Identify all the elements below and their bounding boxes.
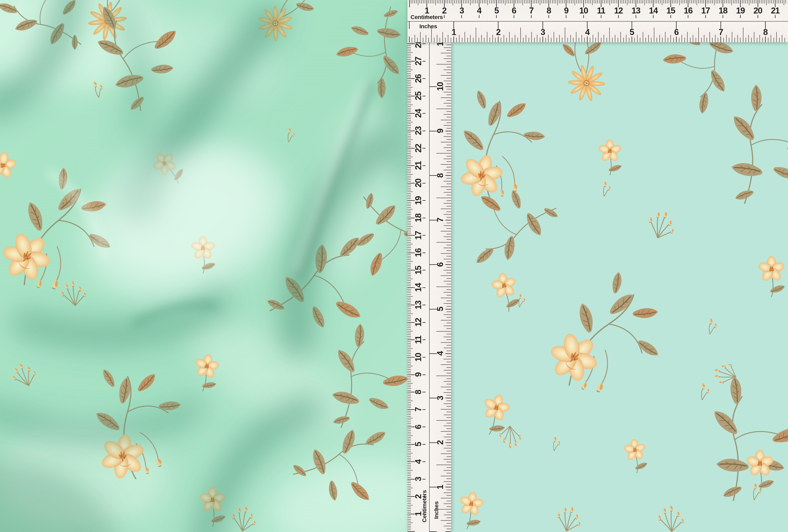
cm-number: 18 [718, 7, 727, 14]
cm-tick [408, 516, 411, 516]
cm-tick [408, 319, 411, 319]
inch-number: 5 [630, 29, 634, 35]
inch-fraction-tick [447, 184, 451, 184]
inch-fraction-tick [441, 53, 451, 53]
inch-fraction-tick [609, 27, 610, 42]
cm-tick [408, 47, 411, 47]
cm-number: 7 [415, 407, 421, 412]
inch-fraction-tick [426, 35, 426, 42]
inch-fraction-tick [687, 32, 688, 42]
cm-tick [489, 0, 490, 3]
cm-tick [408, 139, 413, 140]
cm-tick [408, 216, 411, 216]
cm-number-tick [531, 15, 532, 18]
cm-tick [408, 63, 411, 63]
inch-fraction-tick [517, 38, 518, 42]
inch-fraction-tick [434, 38, 434, 42]
cm-tick [408, 343, 411, 343]
inch-fraction-tick [447, 523, 451, 524]
inch-fraction-tick [447, 390, 451, 390]
inch-fraction-tick [773, 38, 774, 42]
cm-tick [408, 326, 411, 326]
cm-tick [408, 371, 411, 371]
cm-tick [408, 414, 411, 415]
cm-tick [408, 117, 411, 117]
inch-fraction-tick [439, 38, 440, 42]
cm-tick [408, 134, 411, 135]
cm-tick [408, 437, 411, 437]
inch-fraction-tick [447, 173, 451, 173]
inch-fraction-tick [473, 38, 473, 42]
cm-tick [554, 0, 554, 3]
inch-fraction-tick [447, 429, 451, 429]
cm-number-tick [422, 357, 426, 358]
inch-fraction-tick [444, 415, 451, 415]
cm-tick [528, 0, 528, 3]
cm-tick [751, 0, 751, 3]
inch-fraction-tick [436, 242, 451, 242]
inch-fraction-tick [715, 35, 715, 42]
cm-tick [408, 150, 411, 150]
cm-number: 4 [477, 7, 481, 14]
cm-tick [474, 0, 474, 3]
inch-fraction-tick [763, 38, 763, 42]
inch-fraction-tick [447, 145, 451, 145]
cm-tick [408, 378, 411, 378]
cm-tick [408, 366, 413, 366]
inch-fraction-tick [504, 35, 504, 42]
cm-tick [408, 300, 411, 300]
cm-number-tick [775, 15, 775, 18]
cm-number-tick [740, 15, 741, 18]
cm-tick [425, 0, 425, 3]
inch-fraction-tick [451, 38, 451, 42]
cm-number-tick [496, 15, 497, 18]
cm-tick [408, 301, 411, 302]
cm-tick [413, 0, 413, 3]
cm-tick [505, 0, 506, 5]
cm-number-tick [653, 15, 653, 18]
cm-tick [408, 498, 411, 498]
fabric-photo [0, 0, 788, 532]
cm-tick [664, 0, 664, 3]
inch-fraction-tick [626, 35, 626, 42]
inch-fraction-tick [436, 198, 451, 198]
inch-number-tick [453, 37, 454, 42]
cm-tick [763, 0, 763, 3]
cm-tick [408, 279, 413, 279]
cm-tick [408, 125, 411, 126]
cm-tick [556, 0, 556, 3]
cm-number-tick [422, 339, 426, 340]
inch-fraction-tick [556, 38, 557, 42]
inch-fraction-tick [447, 412, 451, 412]
inch-fraction-tick [447, 339, 451, 340]
inch-fraction-tick [441, 409, 451, 410]
cm-number-tick [444, 15, 445, 18]
cm-tick [408, 308, 411, 309]
cm-tick [408, 52, 413, 53]
cm-tick [408, 432, 411, 432]
cm-tick [482, 0, 483, 3]
cm-tick [408, 136, 411, 136]
cm-tick [408, 158, 411, 159]
cm-tick [408, 221, 411, 221]
inch-number: 3 [540, 29, 545, 35]
inch-fraction-tick [444, 403, 451, 404]
inch-fraction-tick [659, 35, 660, 42]
cm-tick [592, 0, 593, 5]
inch-fraction-tick [444, 159, 451, 159]
inch-fraction-tick [468, 38, 468, 42]
inch-fraction-tick [444, 437, 451, 437]
inch-fraction-tick [445, 38, 446, 42]
cm-tick [540, 0, 540, 5]
cm-tick [408, 249, 411, 250]
cm-tick [408, 333, 411, 333]
cm-tick [408, 329, 411, 330]
inch-fraction-tick [436, 153, 451, 154]
inch-fraction-tick [456, 38, 457, 42]
cm-number: 8 [415, 390, 421, 394]
cm-tick [408, 242, 411, 242]
cm-tick [408, 524, 411, 525]
cm-tick [408, 406, 411, 406]
cm-number-tick [422, 479, 426, 479]
cm-number-tick [636, 15, 636, 18]
